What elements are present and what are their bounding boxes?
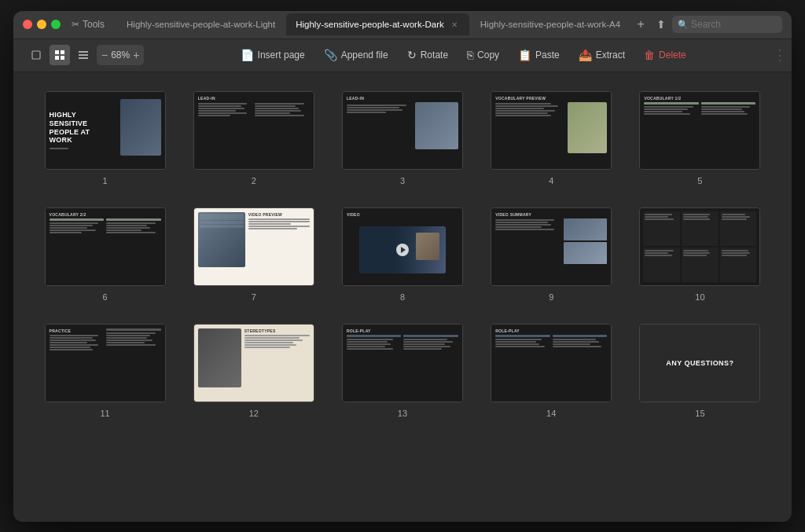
page-item[interactable]: 10	[634, 207, 766, 302]
page-thumb-1[interactable]: HIGHLYSENSITIVEPEOPLE ATWORK	[45, 91, 166, 170]
tools-label-text: Tools	[83, 19, 105, 30]
slide-14-title: ROLE-PLAY	[495, 328, 607, 333]
paste-button[interactable]: 📋 Paste	[510, 45, 568, 65]
page-item[interactable]: VOCABULARY 2/2	[39, 207, 171, 302]
page-number-13: 13	[398, 409, 407, 418]
page-number-7: 7	[252, 292, 256, 302]
slide-15-title: ANY QUESTIONS?	[666, 359, 733, 367]
page-item[interactable]: VIDEO 8	[336, 207, 469, 302]
page-thumb-8[interactable]: VIDEO	[342, 207, 463, 286]
slide-9-title: VIDEO SUMMARY	[495, 212, 607, 217]
upload-icon[interactable]: ⬆	[656, 18, 666, 31]
page-thumb-12[interactable]: STEREOTYPES	[193, 324, 314, 402]
page-item[interactable]: LEAD-IN	[187, 91, 320, 185]
search-wrapper: 🔍	[672, 16, 782, 33]
page-number-6: 6	[103, 292, 108, 302]
page-thumb-7[interactable]: VIDEO PREVIEW	[193, 207, 314, 286]
page-number-5: 5	[697, 176, 702, 185]
page-thumb-14[interactable]: ROLE-PLAY	[491, 324, 612, 402]
tools-menu[interactable]: ✂ Tools	[72, 19, 105, 30]
extract-label: Extract	[596, 50, 625, 61]
tab-dark-close-icon[interactable]: ✕	[449, 19, 460, 30]
page-thumb-4[interactable]: VOCABULARY PREVIEW	[491, 91, 612, 170]
page-item[interactable]: VIDEO PREVIEW 7	[187, 207, 320, 302]
page-item[interactable]: VIDEO SUMMARY	[485, 207, 618, 302]
page-number-4: 4	[549, 176, 553, 185]
svg-rect-7	[79, 57, 88, 59]
page-item[interactable]: PRACTICE	[39, 324, 171, 418]
page-item[interactable]: LEAD-IN 3	[336, 91, 469, 185]
copy-icon: ⎘	[467, 49, 473, 61]
page-item[interactable]: VOCABULARY PREVIEW	[485, 91, 618, 185]
search-input[interactable]	[672, 16, 782, 33]
page-thumb-3[interactable]: LEAD-IN	[342, 91, 463, 170]
tabs-area: Highly-sensitive-people-at-work-Light Hi…	[117, 13, 650, 35]
insert-page-label: Insert page	[258, 50, 305, 61]
page-item[interactable]: VOCABULARY 1/2	[634, 91, 766, 185]
page-grid-container[interactable]: HIGHLYSENSITIVEPEOPLE ATWORK 1 LEAD-IN	[13, 72, 792, 522]
slide-1-title: HIGHLYSENSITIVEPEOPLE ATWORK	[50, 111, 117, 145]
list-view-button[interactable]	[73, 45, 94, 65]
slide-6-title: VOCABULARY 2/2	[50, 212, 161, 217]
add-tab-button[interactable]: +	[631, 15, 650, 34]
copy-button[interactable]: ⎘ Copy	[459, 45, 507, 65]
slide-3-title: LEAD-IN	[347, 96, 458, 101]
maximize-button[interactable]	[51, 20, 61, 29]
delete-button[interactable]: 🗑 Delete	[636, 45, 694, 65]
page-thumb-2[interactable]: LEAD-IN	[193, 91, 314, 170]
zoom-control: − 68% +	[97, 45, 144, 65]
page-thumb-11[interactable]: PRACTICE	[45, 324, 166, 402]
append-file-label: Append file	[341, 50, 388, 61]
svg-rect-5	[79, 51, 88, 53]
page-thumb-13[interactable]: ROLE-PLAY	[342, 324, 463, 402]
slide-5-title: VOCABULARY 1/2	[644, 96, 755, 101]
page-thumb-6[interactable]: VOCABULARY 2/2	[45, 207, 166, 286]
zoom-in-button[interactable]: +	[133, 50, 139, 61]
rotate-icon: ↻	[407, 49, 417, 61]
page-thumb-15[interactable]: ANY QUESTIONS?	[639, 324, 760, 402]
svg-rect-4	[61, 56, 64, 60]
extract-button[interactable]: 📤 Extract	[571, 45, 633, 65]
tab-a4[interactable]: Highly-sensitive-people-at-work-A4	[471, 13, 630, 35]
close-button[interactable]	[23, 20, 32, 29]
page-number-9: 9	[549, 292, 553, 302]
page-thumb-9[interactable]: VIDEO SUMMARY	[491, 207, 612, 286]
svg-rect-2	[61, 50, 64, 54]
tab-light-label: Highly-sensitive-people-at-work-Light	[127, 20, 275, 29]
rotate-label: Rotate	[421, 50, 448, 61]
search-icon: 🔍	[678, 20, 689, 30]
single-page-view-button[interactable]	[26, 45, 46, 65]
paste-label: Paste	[535, 50, 560, 61]
page-thumb-10[interactable]	[639, 207, 760, 286]
titlebar-right: ⬆ 🔍	[656, 16, 782, 33]
page-item[interactable]: ROLE-PLAY	[336, 324, 469, 418]
tab-dark[interactable]: Highly-sensitive-people-at-work-Dark ✕	[286, 13, 469, 35]
app-window: ✂ Tools Highly-sensitive-people-at-work-…	[13, 11, 792, 522]
titlebar: ✂ Tools Highly-sensitive-people-at-work-…	[13, 11, 792, 39]
insert-page-button[interactable]: 📄 Insert page	[233, 45, 313, 65]
tab-light[interactable]: Highly-sensitive-people-at-work-Light	[117, 13, 285, 35]
toolbar-center: 📄 Insert page 📎 Append file ↻ Rotate ⎘ C…	[155, 45, 771, 65]
toolbar-left: − 68% +	[26, 45, 144, 65]
slide-2-title: LEAD-IN	[198, 96, 310, 101]
extract-icon: 📤	[579, 49, 592, 61]
delete-label: Delete	[659, 50, 686, 61]
tab-dark-label: Highly-sensitive-people-at-work-Dark	[296, 20, 444, 29]
page-thumb-5[interactable]: VOCABULARY 1/2	[639, 91, 760, 170]
page-item[interactable]: STEREOTYPES 12	[187, 324, 320, 418]
delete-icon: 🗑	[644, 49, 655, 61]
toolbar-overflow[interactable]: ⋮	[773, 46, 779, 64]
append-file-button[interactable]: 📎 Append file	[316, 45, 396, 65]
svg-rect-3	[55, 56, 59, 60]
page-number-1: 1	[103, 176, 108, 185]
zoom-out-button[interactable]: −	[101, 50, 108, 61]
page-number-15: 15	[695, 409, 704, 418]
minimize-button[interactable]	[37, 20, 46, 29]
page-item[interactable]: ANY QUESTIONS? 15	[634, 324, 766, 418]
paste-icon: 📋	[518, 49, 531, 61]
page-item[interactable]: ROLE-PLAY	[485, 324, 618, 418]
grid-view-button[interactable]	[50, 45, 70, 65]
rotate-button[interactable]: ↻ Rotate	[399, 45, 456, 65]
page-number-12: 12	[249, 409, 259, 418]
page-item[interactable]: HIGHLYSENSITIVEPEOPLE ATWORK 1	[39, 91, 171, 185]
